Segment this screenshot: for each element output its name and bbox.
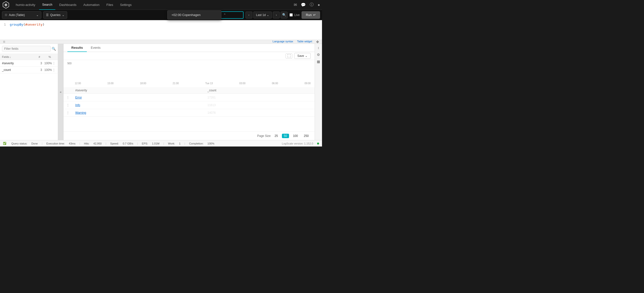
page-size-50[interactable]: 50: [282, 134, 289, 138]
table-header-menu: [64, 87, 72, 94]
page-size-label: Page Size: [257, 134, 271, 138]
expand-icon[interactable]: ✥: [316, 40, 319, 44]
timezone-option-copenhagen[interactable]: +02:00 Copenhagen: [168, 11, 221, 19]
prev-time-button[interactable]: ‹: [246, 12, 252, 19]
live-checkbox-label[interactable]: Live: [290, 13, 300, 17]
row-severity[interactable]: Info: [72, 101, 204, 109]
sidebar-collapse-button[interactable]: «: [58, 44, 64, 140]
filter-fields-input[interactable]: [2, 46, 51, 52]
time-range-selector[interactable]: Last 1d ⌄: [253, 12, 272, 19]
graph-icon[interactable]: ▩: [317, 60, 320, 64]
results-tabs: Results Events: [64, 44, 314, 52]
row-menu[interactable]: ⋮: [64, 101, 72, 109]
hits-value: 42,950: [94, 142, 102, 145]
chart-x-label: 06:00: [272, 82, 278, 85]
divider-handle-icon[interactable]: ≡: [3, 40, 6, 44]
row-menu[interactable]: ⋮: [64, 109, 72, 117]
chart-x-labels: 12:0015:0018:0021:00Tue 1303:0006:0009:0…: [75, 82, 311, 85]
toolbar: ☉ Auto (Table) ⌄ ☰ Queries ⌄ ⌃ ‹ Last 1d…: [0, 10, 322, 20]
chevron-down-icon: ⌄: [36, 13, 38, 17]
divider-links: Language syntax Table widget ✥: [272, 40, 319, 44]
nav-item-automation[interactable]: Automation: [80, 0, 102, 10]
timezone-dropdown: +02:00 Copenhagen: [167, 10, 222, 20]
field-row-count: _count 3 100% ⋮: [0, 67, 58, 73]
chevron-up-icon[interactable]: ⌃: [223, 13, 226, 17]
field-name-count[interactable]: _count: [2, 68, 32, 72]
tab-events[interactable]: Events: [87, 44, 104, 52]
search-icon-button[interactable]: 🔍: [281, 12, 288, 19]
save-label: Save: [298, 54, 304, 58]
settings-panel-icon[interactable]: ⚙: [317, 53, 320, 57]
next-time-button[interactable]: ›: [273, 12, 280, 19]
eps-label: EPS:: [142, 142, 148, 145]
chart-x-label: 12:00: [75, 82, 81, 85]
language-syntax-link[interactable]: Language syntax: [272, 40, 293, 44]
display-mode-label: Auto (Table): [9, 13, 25, 17]
help-icon[interactable]: ⓘ: [310, 2, 314, 8]
chart-x-label: 15:00: [108, 82, 114, 85]
chat-icon[interactable]: 💬: [301, 3, 306, 7]
completion-value: 100%: [207, 142, 214, 145]
save-button[interactable]: Save ⌄: [294, 53, 311, 59]
live-checkbox[interactable]: [290, 13, 293, 17]
page-size-25[interactable]: 25: [272, 134, 280, 138]
fields-label: Fields: [2, 55, 9, 58]
filter-search-icon[interactable]: 🔍: [52, 47, 56, 51]
fields-sort-column[interactable]: Fields ↓: [2, 55, 11, 58]
fullscreen-button[interactable]: ⛶: [286, 54, 292, 59]
row-severity[interactable]: Error: [72, 94, 204, 101]
queries-icon: ☰: [46, 13, 49, 17]
chart-area: 503 12:0015:0018:0021:00Tue 1303:0006:00…: [64, 60, 314, 87]
editor-code[interactable]: groupBy(#severity): [10, 23, 44, 26]
sort-down-icon: ↓: [10, 55, 11, 58]
table-header-severity[interactable]: #severity: [72, 87, 204, 94]
query-status-value: Done: [31, 142, 38, 145]
work-value: 1: [179, 142, 180, 145]
table-header-row: #severity _count: [64, 87, 314, 94]
speed-value: 0.7 GB/s: [123, 142, 133, 145]
field-menu-severity[interactable]: ⋮: [52, 62, 56, 65]
expand-arrows-icon[interactable]: ↕: [318, 46, 319, 50]
queries-dropdown[interactable]: ☰ Queries ⌄: [43, 11, 67, 19]
humio-logo[interactable]: [2, 1, 10, 9]
page-size-250[interactable]: 250: [302, 134, 311, 138]
nav-item-settings[interactable]: Settings: [117, 0, 134, 10]
chart-x-label: 21:00: [173, 82, 179, 85]
tab-results[interactable]: Results: [68, 44, 87, 52]
live-label: Live: [294, 13, 300, 17]
chevron-down-icon: ⌄: [62, 13, 64, 17]
nav-item-dashboards[interactable]: Dashboards: [56, 0, 80, 10]
fields-header: Fields ↓ # %: [0, 54, 58, 60]
queries-label: Queries: [50, 13, 60, 17]
display-mode-select[interactable]: ☉ Auto (Table) ⌄: [2, 11, 41, 19]
notification-icon[interactable]: ✉: [294, 3, 297, 7]
eps-value: 1.01M: [152, 142, 160, 145]
chart-x-label: 09:00: [304, 82, 311, 85]
chart-x-label: 03:00: [239, 82, 246, 85]
logscale-version: LogScale version: 1.152.0: [282, 142, 313, 145]
chart-y-label: 503: [68, 62, 72, 65]
row-severity[interactable]: Warning: [72, 109, 204, 117]
table-widget-link[interactable]: Table widget: [297, 40, 312, 44]
nav-item-search[interactable]: Search: [39, 0, 55, 10]
speed-label: Speed:: [110, 142, 119, 145]
results-table-container: #severity _count ⋮ Error 17261 ⋮ Info 11…: [64, 87, 314, 131]
execution-value: 43ms: [69, 142, 76, 145]
results-table: #severity _count ⋮ Error 17261 ⋮ Info 11…: [64, 87, 314, 117]
chevron-left-icon: «: [60, 90, 62, 94]
field-name-severity[interactable]: #severity: [2, 62, 32, 65]
table-row: ⋮ Warning 14076: [64, 109, 314, 117]
table-header-count[interactable]: _count: [204, 87, 314, 94]
field-pct-count: 100%: [42, 68, 52, 72]
user-icon[interactable]: ●: [318, 3, 320, 7]
field-menu-count[interactable]: ⋮: [52, 68, 56, 72]
run-button[interactable]: Run ↵: [302, 11, 320, 19]
nav-item-humio-activity[interactable]: humio-activity: [13, 0, 38, 10]
nav-item-files[interactable]: Files: [104, 0, 116, 10]
execution-label: Execution time:: [46, 142, 65, 145]
row-count: 14076: [204, 109, 314, 117]
chart-x-label: 18:00: [140, 82, 146, 85]
page-size-100[interactable]: 100: [291, 134, 300, 138]
row-menu[interactable]: ⋮: [64, 94, 72, 101]
time-range-label: Last 1d: [256, 13, 266, 17]
